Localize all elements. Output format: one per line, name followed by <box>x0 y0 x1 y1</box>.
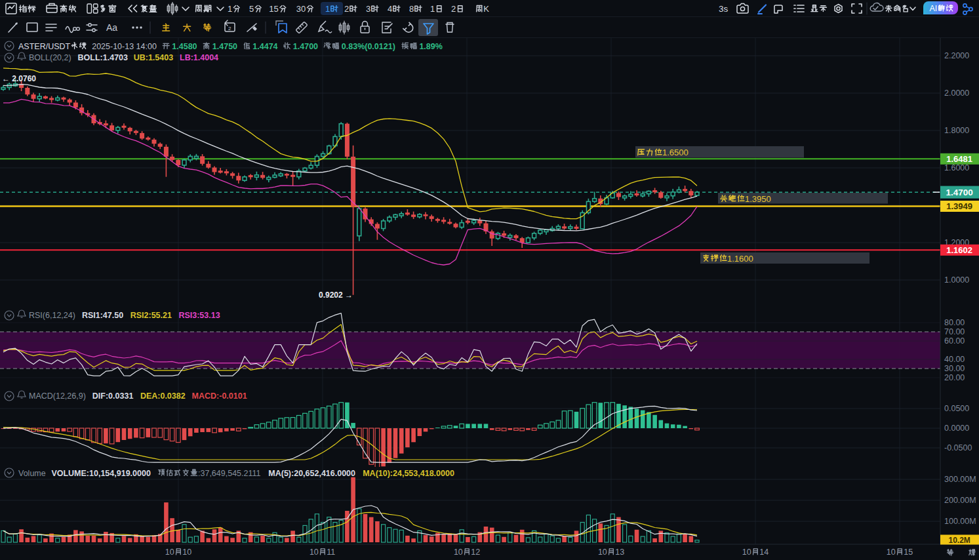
svg-text:DEA:0.0382: DEA:0.0382 <box>140 391 186 401</box>
svg-text:1.3950: 1.3950 <box>745 194 771 204</box>
svg-text:1: 1 <box>228 4 232 14</box>
svg-text:15: 15 <box>904 548 913 557</box>
svg-text:DIF:0.0331: DIF:0.0331 <box>92 391 134 401</box>
svg-text:1.89%: 1.89% <box>419 42 442 51</box>
svg-text:← 2.0760: ← 2.0760 <box>2 74 36 83</box>
svg-text:13: 13 <box>615 548 624 557</box>
svg-text:14: 14 <box>759 548 769 557</box>
svg-text:RSI(6,12,24): RSI(6,12,24) <box>29 311 75 320</box>
svg-text:ASTER/USDT: ASTER/USDT <box>18 42 71 51</box>
svg-text:1.1600: 1.1600 <box>727 254 753 264</box>
svg-text:200.00M: 200.00M <box>944 496 976 505</box>
svg-text:100.00M: 100.00M <box>944 517 976 526</box>
svg-text:12: 12 <box>471 548 480 557</box>
svg-text:1.6481: 1.6481 <box>946 154 972 164</box>
svg-text:BOLL(20,2): BOLL(20,2) <box>29 53 71 62</box>
svg-text:RSI1:47.50: RSI1:47.50 <box>82 311 123 320</box>
svg-text:0.0000: 0.0000 <box>944 424 969 433</box>
svg-text:20.00: 20.00 <box>944 373 965 382</box>
svg-text:1: 1 <box>430 4 435 14</box>
svg-text:2.2000: 2.2000 <box>944 51 969 60</box>
svg-text:MA(5):20,652,416.0000: MA(5):20,652,416.0000 <box>268 469 355 478</box>
svg-text:60.00: 60.00 <box>944 336 965 346</box>
svg-text:LB:1.4004: LB:1.4004 <box>180 53 218 62</box>
svg-text:8: 8 <box>409 4 414 14</box>
svg-text:3s: 3s <box>719 4 729 14</box>
svg-text:1.4750: 1.4750 <box>212 42 237 51</box>
svg-text:10: 10 <box>742 548 751 557</box>
svg-text:MACD(12,26,9): MACD(12,26,9) <box>29 391 86 401</box>
svg-text:300.00M: 300.00M <box>944 475 976 484</box>
svg-text:1.4580: 1.4580 <box>172 42 197 51</box>
svg-text:Aa: Aa <box>106 22 117 33</box>
svg-text:2: 2 <box>228 26 231 31</box>
svg-text:0.0500: 0.0500 <box>944 404 969 413</box>
svg-text:MA(10):24,553,418.0000: MA(10):24,553,418.0000 <box>363 469 454 478</box>
svg-text:0.9202 →: 0.9202 → <box>319 290 353 300</box>
svg-text:1.8000: 1.8000 <box>944 126 969 135</box>
svg-text:11: 11 <box>327 548 335 557</box>
svg-text:3: 3 <box>366 4 370 14</box>
svg-text:MACD:-0.0101: MACD:-0.0101 <box>192 391 247 401</box>
svg-text:10: 10 <box>310 548 319 557</box>
svg-text:10: 10 <box>182 548 191 557</box>
svg-text:RSI2:55.21: RSI2:55.21 <box>130 311 172 320</box>
svg-text:10: 10 <box>165 548 174 557</box>
svg-text:10: 10 <box>887 548 896 557</box>
svg-text:1.0000: 1.0000 <box>944 275 969 285</box>
svg-text:4: 4 <box>388 4 392 14</box>
svg-text:1.3949: 1.3949 <box>946 201 972 211</box>
svg-text:AI: AI <box>930 4 938 13</box>
svg-text:VOLUME:10,154,919.0000: VOLUME:10,154,919.0000 <box>51 469 151 478</box>
svg-text:70.00: 70.00 <box>944 327 965 336</box>
svg-text:10: 10 <box>454 548 463 557</box>
svg-text:30.00: 30.00 <box>944 364 965 373</box>
svg-text:30: 30 <box>296 4 306 14</box>
svg-text:RSI3:53.13: RSI3:53.13 <box>178 311 220 320</box>
svg-text:1: 1 <box>325 4 330 14</box>
svg-text:1.4700: 1.4700 <box>293 42 318 51</box>
svg-text:1.6000: 1.6000 <box>944 163 969 172</box>
svg-text:1.1602: 1.1602 <box>946 245 972 255</box>
svg-text:10: 10 <box>598 548 607 557</box>
svg-text:0.83%(0.0121): 0.83%(0.0121) <box>342 42 395 51</box>
svg-text:2025-10-13 14:00: 2025-10-13 14:00 <box>92 42 157 51</box>
svg-text:Volume: Volume <box>18 469 46 478</box>
svg-text:-0.0500: -0.0500 <box>944 443 972 452</box>
svg-text:BOLL:1.4703: BOLL:1.4703 <box>78 53 128 62</box>
svg-text::37,649,545.2111: :37,649,545.2111 <box>198 469 261 478</box>
svg-text:2: 2 <box>344 4 349 14</box>
svg-text:2: 2 <box>451 4 456 14</box>
svg-text:K: K <box>483 4 489 14</box>
svg-text:10.2M: 10.2M <box>949 536 970 545</box>
svg-text:80.00: 80.00 <box>944 318 965 327</box>
svg-text:1.6500: 1.6500 <box>662 148 689 157</box>
svg-text:2.0000: 2.0000 <box>944 89 969 98</box>
svg-text:5: 5 <box>249 4 254 14</box>
svg-text:UB:1.5403: UB:1.5403 <box>134 53 173 62</box>
svg-text:1.4474: 1.4474 <box>252 42 277 51</box>
svg-text:40.00: 40.00 <box>944 355 965 364</box>
svg-text:1.4700: 1.4700 <box>946 188 972 197</box>
svg-text:15: 15 <box>269 4 278 14</box>
